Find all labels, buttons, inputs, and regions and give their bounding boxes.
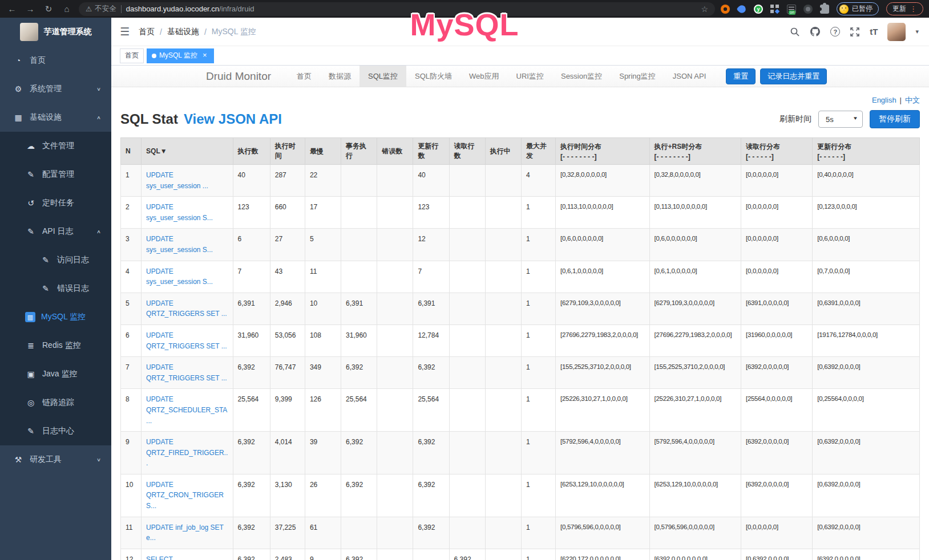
extension-green-y-icon[interactable]: [754, 5, 763, 14]
not-secure-warning[interactable]: ⚠ 不安全: [86, 4, 116, 14]
sidebar-item-trace[interactable]: ◎链路追踪: [0, 388, 111, 417]
sidebar-item-system[interactable]: ⚙系统管理∨: [0, 75, 111, 103]
column-header[interactable]: 读取行分布[- - - - - -]: [741, 138, 813, 165]
druid-tab[interactable]: Session监控: [552, 66, 611, 87]
druid-tab[interactable]: SQL监控: [360, 66, 406, 87]
sidebar-item-infra[interactable]: ▦基础设施∧: [0, 103, 111, 132]
extension-drop-icon[interactable]: [736, 3, 747, 14]
table-row: 3UPDATE sys_user_session S...6275121[0,6…: [121, 229, 920, 261]
breadcrumb-item[interactable]: 基础设施: [167, 27, 199, 37]
extension-camera-icon[interactable]: [803, 5, 813, 14]
table-cell: [25564,0,0,0,0,0]: [741, 389, 813, 432]
github-icon[interactable]: [810, 26, 821, 37]
column-header[interactable]: 更新行分布[- - - - - -]: [813, 138, 920, 165]
column-header[interactable]: N: [121, 138, 142, 165]
user-avatar[interactable]: [887, 23, 906, 41]
sql-link[interactable]: UPDATE inf_job_log SET e...: [146, 524, 224, 542]
extensions-puzzle-icon[interactable]: [820, 5, 829, 14]
column-header[interactable]: 执行时间: [270, 138, 305, 165]
bookmark-star-icon[interactable]: ☆: [701, 5, 708, 14]
lang-link[interactable]: English: [872, 96, 896, 104]
sidebar-item-home[interactable]: ◔首页: [0, 46, 111, 75]
sql-link[interactable]: SELECT TRIGGER_STATE: [146, 555, 202, 560]
table-cell: 1: [521, 389, 555, 432]
app-logo[interactable]: 芋道管理系统: [0, 18, 111, 46]
close-icon[interactable]: ×: [201, 52, 209, 60]
sql-link[interactable]: UPDATE QRTZ_CRON_TRIGGERS...: [146, 481, 224, 510]
druid-tab[interactable]: 首页: [288, 66, 320, 87]
column-header[interactable]: 错误数: [377, 138, 413, 165]
search-icon[interactable]: [790, 27, 800, 37]
table-cell: [0,5796,596,0,0,0,0,0]: [556, 517, 649, 549]
extension-blocks-icon[interactable]: [770, 5, 779, 14]
url-text[interactable]: dashboard.yudao.iocoder.cn/infra/druid: [126, 5, 255, 13]
column-header[interactable]: 读取行数: [449, 138, 485, 165]
lang-link[interactable]: 中文: [905, 96, 920, 104]
table-row: 6UPDATE QRTZ_TRIGGERS SET ...31,96053,05…: [121, 324, 920, 356]
column-header[interactable]: SQL▼: [142, 138, 233, 165]
druid-tab[interactable]: 数据源: [320, 66, 360, 87]
table-cell: [0,0,0,0,0,0]: [741, 165, 813, 197]
sidebar-item-job[interactable]: ↺定时任务: [0, 189, 111, 217]
sidebar-item-log-center[interactable]: ✎日志中心: [0, 417, 111, 445]
sidebar-item-devtools[interactable]: ⚒研发工具∨: [0, 445, 111, 474]
table-cell: 10: [305, 293, 341, 324]
column-header[interactable]: 最大并发: [521, 138, 555, 165]
column-header[interactable]: 执行中: [485, 138, 521, 165]
home-icon[interactable]: ⌂: [60, 4, 73, 14]
druid-tab[interactable]: Spring监控: [611, 66, 664, 87]
breadcrumb-item[interactable]: 首页: [139, 27, 155, 37]
browser-update-button[interactable]: 更新 ⋮: [886, 2, 923, 15]
column-header[interactable]: 执行数: [233, 138, 270, 165]
reset-button[interactable]: 重置: [726, 68, 756, 84]
druid-brand[interactable]: Druid Monitor: [197, 66, 280, 87]
druid-tab[interactable]: SQL防火墙: [406, 66, 461, 87]
view-json-api-link[interactable]: View JSON API: [184, 111, 282, 127]
sidebar-item-error-log[interactable]: ✎错误日志: [0, 274, 111, 303]
druid-tab[interactable]: JSON API: [664, 66, 715, 87]
extension-list-on-icon[interactable]: [787, 5, 796, 14]
sql-link[interactable]: UPDATE sys_user_session S...: [146, 267, 213, 286]
sidebar-item-mysql[interactable]: ▥MySQL 监控: [0, 303, 111, 331]
sql-link[interactable]: UPDATE QRTZ_SCHEDULER_STA...: [146, 395, 227, 424]
chevron-down-icon[interactable]: ▾: [915, 28, 919, 35]
browser-menu-icon[interactable]: ⋮: [910, 5, 917, 13]
table-cell: [377, 357, 413, 389]
reload-icon[interactable]: ↻: [42, 4, 55, 14]
sql-link[interactable]: UPDATE sys_user_session S...: [146, 203, 213, 222]
font-size-icon[interactable]: tT: [870, 27, 878, 36]
druid-tab[interactable]: Web应用: [461, 66, 508, 87]
sidebar-item-redis[interactable]: ≣Redis 监控: [0, 331, 111, 360]
sql-link[interactable]: UPDATE QRTZ_TRIGGERS SET ...: [146, 299, 227, 318]
sidebar-item-api-log[interactable]: ✎API 日志∧: [0, 217, 111, 246]
help-icon[interactable]: ?: [830, 27, 840, 36]
column-header[interactable]: 更新行数: [413, 138, 449, 165]
fullscreen-icon[interactable]: [850, 27, 860, 37]
hamburger-icon[interactable]: ☰: [120, 25, 130, 38]
sql-link[interactable]: UPDATE sys_user_session ...: [146, 171, 208, 190]
column-header[interactable]: 事务执行: [341, 138, 377, 165]
sql-link[interactable]: UPDATE QRTZ_TRIGGERS SET ...: [146, 331, 227, 350]
sidebar-item-java[interactable]: ▣Java 监控: [0, 360, 111, 388]
forward-icon[interactable]: →: [24, 4, 37, 14]
column-header[interactable]: 执行+RS时分布[- - - - - - - -]: [649, 138, 741, 165]
pause-refresh-button[interactable]: 暂停刷新: [870, 110, 920, 128]
sql-link[interactable]: UPDATE sys_user_session S...: [146, 235, 213, 254]
sidebar-item-config[interactable]: ✎配置管理: [0, 160, 111, 189]
column-header[interactable]: 最慢: [305, 138, 341, 165]
sql-link[interactable]: UPDATE QRTZ_TRIGGERS SET ...: [146, 363, 227, 382]
extension-orange-icon[interactable]: [721, 5, 730, 14]
tag-active[interactable]: MySQL 监控×: [147, 48, 214, 63]
sidebar-item-access-log[interactable]: ✎访问日志: [0, 246, 111, 274]
log-and-reset-button[interactable]: 记录日志并重置: [760, 68, 827, 84]
back-icon[interactable]: ←: [6, 4, 18, 14]
column-header[interactable]: 执行时间分布[- - - - - - - -]: [556, 138, 649, 165]
druid-tab[interactable]: URI监控: [508, 66, 552, 87]
table-cell: [341, 229, 377, 261]
sidebar-item-file[interactable]: ☁文件管理: [0, 132, 111, 160]
refresh-interval-select[interactable]: 5s: [818, 111, 863, 128]
tag-item[interactable]: 首页: [120, 48, 144, 63]
sql-link[interactable]: UPDATE QRTZ_FIRED_TRIGGER...: [146, 438, 228, 467]
paused-extension-pill[interactable]: 已暂停: [837, 2, 879, 15]
address-bar[interactable]: ⚠ 不安全 dashboard.yudao.iocoder.cn/infra/d…: [79, 2, 715, 16]
